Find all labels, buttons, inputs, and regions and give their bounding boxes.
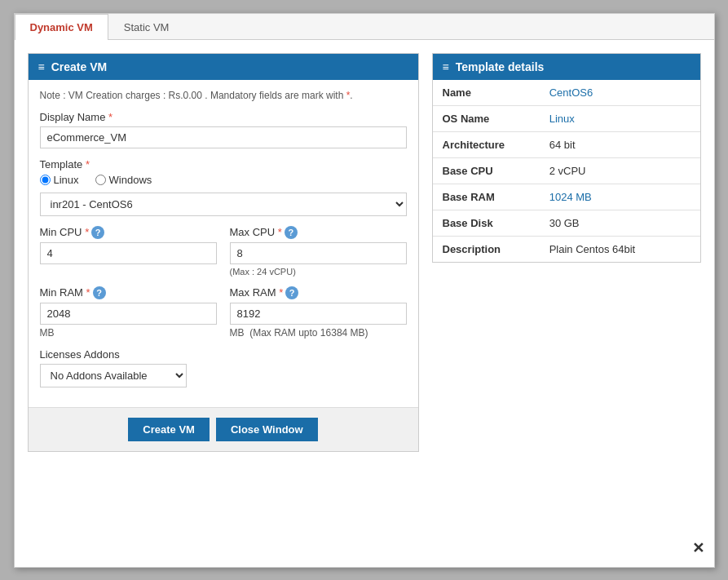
action-bar: Create VM Close Window xyxy=(29,407,418,451)
row-label: Base Disk xyxy=(433,210,540,236)
row-value: Linux xyxy=(540,105,700,131)
min-cpu-label: Min CPU *? xyxy=(40,226,217,239)
max-cpu-input[interactable] xyxy=(230,242,407,264)
display-name-group: Display Name * xyxy=(40,111,407,148)
licenses-label: Licenses Addons xyxy=(40,348,407,361)
template-group: Template * Linux Windows inr201 - xyxy=(40,158,407,216)
create-vm-panel: ≡ Create VM Note : VM Creation charges :… xyxy=(28,53,419,452)
row-value: CentOS6 xyxy=(540,80,700,106)
table-row: NameCentOS6 xyxy=(433,80,700,106)
min-ram-unit: MB xyxy=(40,327,217,339)
row-label: Name xyxy=(433,80,540,106)
table-row: Base Disk30 GB xyxy=(433,210,700,236)
ram-row: Min RAM *? MB Max RAM *? MB (Max RAM upt… xyxy=(40,286,407,348)
radio-windows-input[interactable] xyxy=(95,175,106,185)
display-name-star: * xyxy=(108,111,113,123)
table-row: Base RAM1024 MB xyxy=(433,184,700,210)
row-label: OS Name xyxy=(433,105,540,131)
content-area: ≡ Create VM Note : VM Creation charges :… xyxy=(15,40,714,465)
row-value: 64 bit xyxy=(540,131,700,157)
template-header: ≡ Template details xyxy=(433,54,700,80)
min-ram-help-icon[interactable]: ? xyxy=(93,286,106,299)
radio-linux-label: Linux xyxy=(54,174,79,186)
template-star: * xyxy=(86,158,90,170)
min-cpu-help-icon[interactable]: ? xyxy=(91,226,104,239)
close-window-button[interactable]: Close Window xyxy=(216,418,318,441)
row-value: Plain Centos 64bit xyxy=(540,236,700,262)
max-ram-unit-note: MB (Max RAM upto 16384 MB) xyxy=(230,327,407,339)
row-value: 30 GB xyxy=(540,210,700,236)
template-select[interactable]: inr201 - CentOS6 xyxy=(40,193,407,216)
tab-bar: Dynamic VM Static VM xyxy=(15,14,714,40)
row-value: 1024 MB xyxy=(540,184,700,210)
row-label: Architecture xyxy=(433,131,540,157)
close-x-button[interactable]: ✕ xyxy=(692,539,704,557)
row-label: Base RAM xyxy=(433,184,540,210)
min-ram-input[interactable] xyxy=(40,303,217,325)
modal-container: Dynamic VM Static VM ≡ Create VM Note : … xyxy=(14,13,715,568)
radio-linux-input[interactable] xyxy=(40,175,51,185)
create-vm-body: Note : VM Creation charges : Rs.0.00 . M… xyxy=(29,80,418,407)
create-vm-title: Create VM xyxy=(51,60,107,73)
create-vm-header: ≡ Create VM xyxy=(29,54,418,80)
max-cpu-help-icon[interactable]: ? xyxy=(285,226,298,239)
min-ram-group: Min RAM *? MB xyxy=(40,286,217,339)
template-table: NameCentOS6OS NameLinuxArchitecture64 bi… xyxy=(433,80,700,262)
cpu-row: Min CPU *? Max CPU *? (Max : 24 vCPU) xyxy=(40,226,407,286)
row-label: Base CPU xyxy=(433,157,540,184)
display-name-input[interactable] xyxy=(40,126,407,148)
template-label: Template * xyxy=(40,158,407,170)
min-cpu-input[interactable] xyxy=(40,242,217,264)
max-cpu-group: Max CPU *? (Max : 24 vCPU) xyxy=(230,226,407,277)
tab-static-vm[interactable]: Static VM xyxy=(108,14,185,40)
row-label: Description xyxy=(433,236,540,262)
min-cpu-group: Min CPU *? xyxy=(40,226,217,277)
radio-group: Linux Windows xyxy=(40,174,407,186)
table-row: Architecture64 bit xyxy=(433,131,700,157)
max-cpu-label: Max CPU *? xyxy=(230,226,407,239)
min-ram-label: Min RAM *? xyxy=(40,286,217,299)
tab-dynamic-vm[interactable]: Dynamic VM xyxy=(15,14,108,40)
max-ram-group: Max RAM *? MB (Max RAM upto 16384 MB) xyxy=(230,286,407,339)
radio-windows[interactable]: Windows xyxy=(95,174,152,186)
row-value: 2 vCPU xyxy=(540,157,700,184)
display-name-label: Display Name * xyxy=(40,111,407,123)
max-ram-help-icon[interactable]: ? xyxy=(285,286,298,299)
create-vm-button[interactable]: Create VM xyxy=(128,418,210,441)
note-text: Note : VM Creation charges : Rs.0.00 . M… xyxy=(40,90,407,101)
max-cpu-note: (Max : 24 vCPU) xyxy=(230,267,407,277)
table-row: DescriptionPlain Centos 64bit xyxy=(433,236,700,262)
radio-linux[interactable]: Linux xyxy=(40,174,79,186)
licenses-group: Licenses Addons No Addons Available xyxy=(40,348,407,387)
max-ram-input[interactable] xyxy=(230,303,407,325)
radio-windows-label: Windows xyxy=(109,174,152,186)
template-details-panel: ≡ Template details NameCentOS6OS NameLin… xyxy=(432,53,701,263)
template-header-icon: ≡ xyxy=(443,60,449,73)
licenses-select[interactable]: No Addons Available xyxy=(40,364,187,387)
template-title: Template details xyxy=(456,60,545,73)
max-ram-label: Max RAM *? xyxy=(230,286,407,299)
table-row: Base CPU2 vCPU xyxy=(433,157,700,184)
create-vm-header-icon: ≡ xyxy=(38,60,45,73)
table-row: OS NameLinux xyxy=(433,105,700,131)
